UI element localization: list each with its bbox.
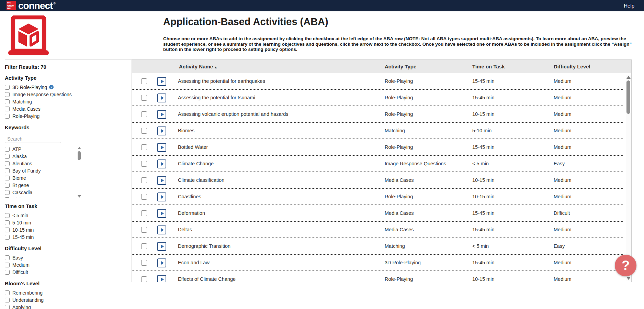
filter-checkbox-label: 3D Role-Playing (12, 85, 47, 90)
difficulty-level-cell: Medium (554, 222, 572, 238)
column-header-difficulty-level[interactable]: Difficulty Level (554, 60, 590, 73)
row-select-checkbox[interactable] (141, 78, 147, 84)
difficulty-level-cell: Medium (554, 123, 572, 139)
activity-name-cell[interactable]: Deltas (178, 222, 192, 238)
info-icon[interactable]: i (49, 85, 54, 89)
row-select-checkbox[interactable] (141, 111, 147, 117)
filter-checkbox[interactable] (5, 99, 10, 104)
row-select-checkbox[interactable] (141, 144, 147, 150)
row-expand-arrow-button[interactable] (157, 159, 166, 168)
filter-checkbox[interactable] (5, 255, 10, 260)
difficulty-filter-list: Easy Medium Difficult (5, 254, 122, 276)
time-on-task-cell: < 5 min (472, 156, 489, 172)
filter-checkbox[interactable] (5, 176, 10, 180)
column-header-time-on-task[interactable]: Time on Task (472, 60, 505, 73)
filter-checkbox-row: Bay of Fundy (5, 167, 87, 174)
table-row: Deformation Media Cases 15-45 min Diffic… (132, 205, 623, 222)
table-scrollbar[interactable] (626, 75, 631, 280)
row-select-checkbox[interactable] (141, 260, 147, 266)
activity-name-cell[interactable]: Biomes (178, 123, 194, 139)
row-expand-arrow-button[interactable] (157, 110, 166, 119)
activity-name-cell[interactable]: Coastlines (178, 189, 201, 205)
row-expand-arrow-button[interactable] (157, 126, 166, 135)
activity-name-cell[interactable]: Deformation (178, 205, 205, 221)
row-select-checkbox[interactable] (141, 227, 147, 233)
row-expand-arrow-button[interactable] (157, 143, 166, 152)
activity-name-cell[interactable]: Econ and Law (178, 255, 210, 271)
filter-checkbox[interactable] (5, 183, 10, 188)
filter-checkbox[interactable] (5, 228, 10, 232)
row-select-checkbox[interactable] (141, 210, 147, 216)
row-expand-arrow-button[interactable] (157, 258, 166, 267)
row-expand-arrow-button[interactable] (157, 209, 166, 218)
filter-checkbox[interactable] (5, 168, 10, 173)
arrow-right-icon (161, 195, 164, 199)
keywords-search-input[interactable] (5, 135, 61, 143)
filter-checkbox[interactable] (5, 154, 10, 159)
activity-type-cell: Role-Playing (385, 90, 413, 106)
filter-checkbox[interactable] (5, 114, 10, 119)
filter-checkbox[interactable] (5, 220, 10, 225)
activity-name-cell[interactable]: Climate Change (178, 156, 214, 172)
filter-checkbox[interactable] (5, 197, 10, 199)
scroll-down-icon[interactable] (626, 277, 631, 280)
activity-name-cell[interactable]: Assessing the potential for earthquakes (178, 73, 265, 89)
filter-checkbox-row: 5-10 min (5, 219, 122, 226)
column-header-activity-type[interactable]: Activity Type (385, 60, 416, 73)
activity-name-cell[interactable]: Demographic Transition (178, 238, 230, 254)
filter-checkbox-row: Easy (5, 254, 122, 261)
filter-checkbox-row: Aleutians (5, 160, 87, 167)
row-select-checkbox[interactable] (141, 95, 147, 101)
activity-type-cell: Media Cases (385, 172, 414, 188)
time-on-task-cell: 15-45 min (472, 205, 494, 221)
row-select-checkbox[interactable] (141, 194, 147, 200)
scroll-down-icon[interactable] (78, 195, 81, 198)
filter-checkbox[interactable] (5, 85, 10, 90)
filter-checkbox[interactable] (5, 235, 10, 240)
filter-checkbox-row: Matching (5, 98, 122, 105)
mcgraw-hill-logo: Mc Graw Hill (7, 1, 16, 10)
filter-checkbox[interactable] (5, 298, 10, 302)
row-expand-arrow-button[interactable] (157, 176, 166, 185)
filter-checkbox[interactable] (5, 305, 10, 309)
filter-checkbox[interactable] (5, 263, 10, 267)
activity-name-cell[interactable]: Assessing volcanic eruption potential an… (178, 106, 289, 122)
filter-checkbox[interactable] (5, 190, 10, 195)
scrollbar-thumb[interactable] (78, 151, 81, 160)
page: Mc Graw Hill connect ® Help Application-… (0, 0, 644, 309)
floating-help-button[interactable]: ? (615, 255, 636, 276)
filter-checkbox[interactable] (5, 107, 10, 111)
activity-name-cell[interactable]: Assessing the potential for tsunami (178, 90, 255, 106)
row-expand-arrow-button[interactable] (157, 275, 166, 282)
scroll-up-icon[interactable] (78, 147, 81, 149)
row-expand-arrow-button[interactable] (157, 93, 166, 102)
column-header-activity-name[interactable]: Activity Name▲ (179, 60, 217, 74)
row-select-checkbox[interactable] (141, 161, 147, 167)
row-select-checkbox[interactable] (141, 177, 147, 183)
row-expand-arrow-button[interactable] (157, 192, 166, 201)
scroll-up-icon[interactable] (626, 76, 631, 79)
table-row: Climate Change Image Response Questions … (132, 156, 623, 172)
row-expand-arrow-button[interactable] (157, 225, 166, 234)
help-link[interactable]: Help (624, 3, 634, 9)
activity-name-cell[interactable]: Effects of Climate Change (178, 271, 236, 282)
keywords-scrollbar[interactable] (77, 145, 81, 198)
row-select-checkbox[interactable] (141, 128, 147, 134)
filter-checkbox[interactable] (5, 270, 10, 275)
activity-type-cell: Matching (385, 238, 405, 254)
row-expand-arrow-button[interactable] (157, 242, 166, 251)
filter-checkbox[interactable] (5, 213, 10, 218)
row-select-checkbox[interactable] (141, 276, 147, 282)
row-expand-arrow-button[interactable] (157, 77, 166, 86)
row-select-checkbox[interactable] (141, 243, 147, 249)
difficulty-level-cell: Medium (554, 255, 572, 271)
filter-checkbox[interactable] (5, 92, 10, 97)
filter-checkbox[interactable] (5, 147, 10, 152)
scrollbar-thumb[interactable] (626, 80, 630, 114)
filter-checkbox[interactable] (5, 290, 10, 295)
filter-checkbox-label: ATP (12, 146, 21, 152)
activity-name-cell[interactable]: Climate classification (178, 172, 224, 188)
activity-name-cell[interactable]: Bottled Water (178, 139, 208, 155)
aba-laptop-cube-logo (5, 15, 52, 56)
filter-checkbox[interactable] (5, 161, 10, 166)
